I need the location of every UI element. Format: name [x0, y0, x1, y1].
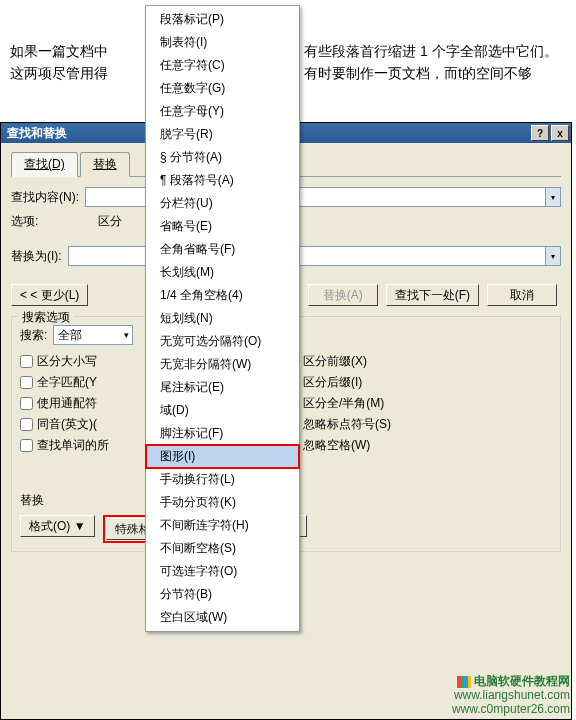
options-text: 区分 — [98, 213, 122, 230]
menu-item-21[interactable]: 手动分页符(K) — [146, 491, 299, 514]
replace-section-label: 替换 — [20, 492, 44, 509]
options-label: 选项: — [11, 213, 38, 230]
cancel-button[interactable]: 取消 — [487, 284, 557, 306]
menu-item-8[interactable]: 分栏符(U) — [146, 192, 299, 215]
menu-item-15[interactable]: 无宽非分隔符(W) — [146, 353, 299, 376]
menu-item-19[interactable]: 图形(I) — [146, 445, 299, 468]
tab-replace[interactable]: 替换 — [80, 152, 130, 177]
check-right-4[interactable]: 忽略空格(W) — [286, 437, 552, 454]
menu-item-11[interactable]: 长划线(M) — [146, 261, 299, 284]
menu-item-18[interactable]: 脚注标记(F) — [146, 422, 299, 445]
menu-item-0[interactable]: 段落标记(P) — [146, 8, 299, 31]
menu-item-14[interactable]: 无宽可选分隔符(O) — [146, 330, 299, 353]
replace-label: 替换为(I): — [11, 248, 62, 265]
menu-item-24[interactable]: 可选连字符(O) — [146, 560, 299, 583]
tab-find[interactable]: 查找(D) — [11, 152, 78, 177]
menu-item-22[interactable]: 不间断连字符(H) — [146, 514, 299, 537]
check-right-0[interactable]: 区分前缀(X) — [286, 353, 552, 370]
menu-item-2[interactable]: 任意字符(C) — [146, 54, 299, 77]
replace-input[interactable] — [68, 246, 546, 266]
menu-item-10[interactable]: 全角省略号(F) — [146, 238, 299, 261]
replace-dropdown[interactable]: ▾ — [545, 246, 561, 266]
menu-item-6[interactable]: § 分节符(A) — [146, 146, 299, 169]
menu-item-17[interactable]: 域(D) — [146, 399, 299, 422]
menu-item-4[interactable]: 任意字母(Y) — [146, 100, 299, 123]
find-dropdown[interactable]: ▾ — [545, 187, 561, 207]
check-right-2[interactable]: 区分全/半角(M) — [286, 395, 552, 412]
menu-item-5[interactable]: 脱字号(R) — [146, 123, 299, 146]
menu-item-13[interactable]: 短划线(N) — [146, 307, 299, 330]
menu-item-25[interactable]: 分节符(B) — [146, 583, 299, 606]
format-button[interactable]: 格式(O) ▼ — [20, 515, 95, 537]
menu-item-9[interactable]: 省略号(E) — [146, 215, 299, 238]
watermark: 电脑软硬件教程网 www.liangshunet.com www.c0mpute… — [452, 674, 570, 716]
menu-item-23[interactable]: 不间断空格(S) — [146, 537, 299, 560]
menu-item-20[interactable]: 手动换行符(L) — [146, 468, 299, 491]
check-right-3[interactable]: 忽略标点符号(S) — [286, 416, 552, 433]
replace-all-button[interactable]: 替换(A) — [308, 284, 378, 306]
find-label: 查找内容(N): — [11, 189, 79, 206]
menu-item-7[interactable]: ¶ 段落符号(A) — [146, 169, 299, 192]
menu-item-12[interactable]: 1/4 全角空格(4) — [146, 284, 299, 307]
dialog-title: 查找和替换 — [7, 125, 67, 142]
search-direction-label: 搜索: — [20, 327, 47, 344]
close-button[interactable]: x — [551, 125, 569, 141]
menu-item-16[interactable]: 尾注标记(E) — [146, 376, 299, 399]
help-button[interactable]: ? — [531, 125, 549, 141]
search-options-title: 搜索选项 — [18, 309, 74, 326]
menu-item-3[interactable]: 任意数字(G) — [146, 77, 299, 100]
search-direction-select[interactable]: 全部 — [53, 325, 133, 345]
menu-item-26[interactable]: 空白区域(W) — [146, 606, 299, 629]
find-next-button[interactable]: 查找下一处(F) — [386, 284, 479, 306]
less-button[interactable]: < < 更少(L) — [11, 284, 88, 306]
menu-item-1[interactable]: 制表符(I) — [146, 31, 299, 54]
check-right-1[interactable]: 区分后缀(I) — [286, 374, 552, 391]
special-format-menu: 段落标记(P)制表符(I)任意字符(C)任意数字(G)任意字母(Y)脱字号(R)… — [145, 5, 300, 632]
flag-icon — [457, 676, 471, 688]
